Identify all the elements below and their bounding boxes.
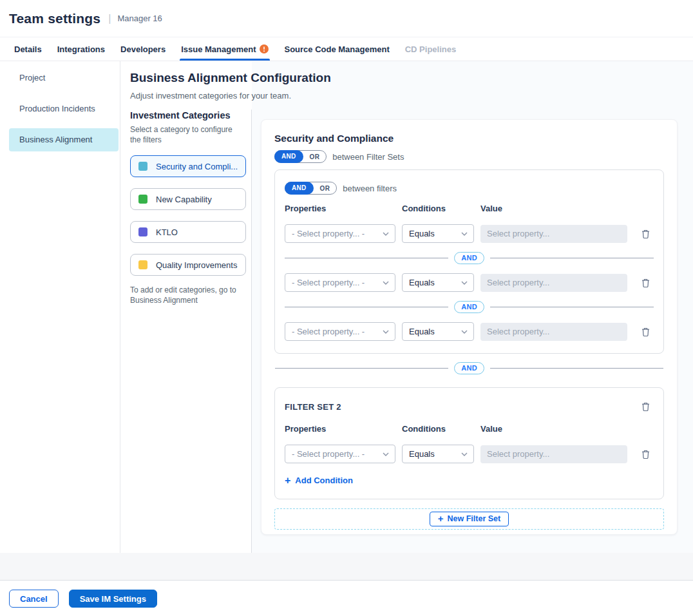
team-settings-page: Team settings | Manager 16 Details Integ… [0,0,693,616]
add-condition-label: Add Condition [295,476,353,485]
sidebar-item-business-alignment[interactable]: Business Alignment [9,128,119,151]
property-select[interactable]: - Select property... - [285,445,395,463]
tab-label: Developers [120,44,166,54]
value-input[interactable] [480,323,627,341]
value-input[interactable] [480,274,627,292]
delete-filter-set-button[interactable] [638,399,652,414]
filter-configuration-card: Security and Compliance AND OR between F… [261,119,678,535]
cancel-button[interactable]: Cancel [9,590,59,608]
sidebar-item-production-incidents[interactable]: Production Incidents [9,97,119,120]
title-divider: | [108,13,111,24]
team-name-label: Manager 16 [117,14,162,23]
trash-icon [641,449,650,459]
chevron-down-icon [461,281,468,285]
footnote-line: To add or edit categories, go to [130,285,236,294]
condition-select[interactable]: Equals [402,322,474,341]
category-color-swatch [138,227,147,236]
filter-column-headers: Properties Conditions Value [285,424,654,434]
property-select-placeholder: - Select property... - [292,449,365,459]
and-option[interactable]: AND [285,182,314,195]
filter-row: - Select property... - Equals [285,322,654,341]
filter-set-2: FILTER SET 2 Properties Conditions Value… [274,387,664,499]
settings-sidebar: Project Production Incidents Business Al… [0,61,120,553]
connector-line [285,307,448,307]
column-divider [251,110,252,553]
property-select[interactable]: - Select property... - [285,273,395,292]
tab-label: Details [14,44,42,54]
delete-filter-button[interactable] [638,276,652,290]
or-option[interactable]: OR [314,185,337,192]
tab-bar: Details Integrations Developers Issue Ma… [0,37,693,61]
selected-category-title: Security and Compliance [274,133,664,144]
and-or-toggle-filter-sets[interactable]: AND OR [274,150,327,163]
property-select[interactable]: - Select property... - [285,322,395,341]
trash-icon [641,327,650,337]
category-color-swatch [138,162,147,171]
connector-line [490,258,654,258]
plus-icon: + [285,476,290,485]
add-condition-button[interactable]: + Add Condition [285,476,353,485]
conditions-header: Conditions [402,424,474,434]
connector-line [490,307,654,307]
new-filter-set-button[interactable]: + New Filter Set [430,512,509,526]
app-header: Team settings | Manager 16 [0,0,693,37]
between-filters-label: between filters [343,184,397,193]
delete-filter-button[interactable] [638,227,652,241]
chevron-down-icon [383,281,389,285]
or-option[interactable]: OR [303,153,327,160]
category-new-capability[interactable]: New Capability [130,188,246,210]
category-color-swatch [138,260,147,269]
chevron-down-icon [383,330,389,334]
chevron-down-icon [383,452,389,456]
property-select-placeholder: - Select property... - [292,229,365,238]
action-footer: Cancel Save IM Settings [0,581,693,616]
tab-details[interactable]: Details [14,37,42,61]
condition-select-value: Equals [409,229,435,238]
connector-line [275,368,448,369]
and-option[interactable]: AND [274,150,303,163]
category-security-and-compliance[interactable]: Security and Compli... [130,155,246,177]
and-connector-pill: AND [454,301,484,313]
condition-select[interactable]: Equals [402,224,474,243]
category-quality-improvements[interactable]: Quality Improvements [130,254,246,276]
categories-description: Select a category to configure the filte… [130,124,240,145]
condition-select-value: Equals [409,449,435,459]
property-select[interactable]: - Select property... - [285,224,395,243]
trash-icon [641,229,650,239]
tab-label: Integrations [57,44,105,54]
value-input[interactable] [480,225,627,243]
plus-icon: + [438,515,444,523]
properties-header: Properties [285,204,395,213]
tab-source-code-management[interactable]: Source Code Management [284,37,389,61]
category-label: Security and Compli... [156,162,238,171]
tab-issue-management[interactable]: Issue Management [181,37,269,61]
value-input[interactable] [480,445,627,463]
properties-header: Properties [285,424,395,434]
new-filter-set-label: New Filter Set [448,514,501,523]
condition-select[interactable]: Equals [402,445,474,463]
and-or-toggle-filters[interactable]: AND OR [285,182,337,195]
tab-label: CD Pipelines [405,44,456,54]
investment-categories-panel: Investment Categories Select a category … [130,110,247,305]
tab-developers[interactable]: Developers [120,37,166,61]
condition-select[interactable]: Equals [402,273,474,292]
chevron-down-icon [461,452,468,456]
tab-integrations[interactable]: Integrations [57,37,105,61]
delete-filter-button[interactable] [638,447,652,461]
and-connector: AND [285,301,654,313]
condition-select-value: Equals [409,327,435,336]
sidebar-item-project[interactable]: Project [9,66,119,90]
category-ktlo[interactable]: KTLO [130,221,246,243]
connector-line [490,368,663,369]
trash-icon [641,401,650,412]
save-im-settings-button[interactable]: Save IM Settings [69,590,157,608]
filter-column-headers: Properties Conditions Value [285,204,654,213]
conditions-header: Conditions [402,204,474,213]
filter-sets-operator-row: AND OR between Filter Sets [274,150,664,163]
filter-row: - Select property... - Equals [285,224,654,243]
trash-icon [641,278,650,288]
footnote-line: Business Alignment [130,296,198,305]
filter-set-1: AND OR between filters Properties Condit… [274,169,664,354]
delete-filter-button[interactable] [638,325,652,339]
filter-set-2-header: FILTER SET 2 [285,399,654,414]
